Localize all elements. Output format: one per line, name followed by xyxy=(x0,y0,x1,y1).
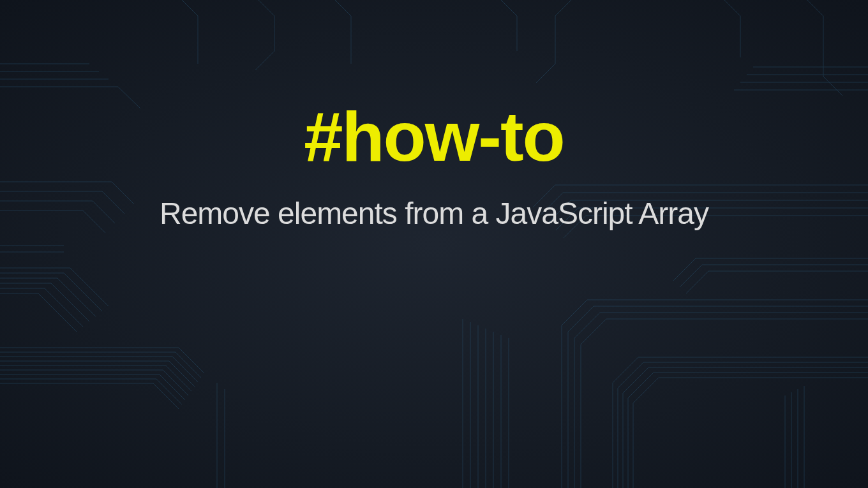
tag-heading: #how-to xyxy=(304,96,564,177)
subtitle-text: Remove elements from a JavaScript Array xyxy=(160,196,708,231)
hero-content: #how-to Remove elements from a JavaScrip… xyxy=(0,0,868,488)
